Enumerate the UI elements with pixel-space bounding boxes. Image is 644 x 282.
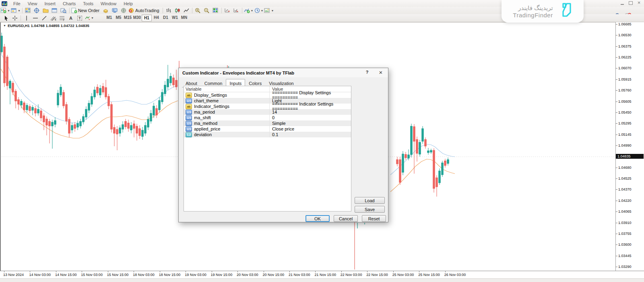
param-row-Indicator_Settings[interactable]: abIndicator_Settings========== Indicator… bbox=[184, 104, 351, 109]
help-button[interactable]: ? bbox=[364, 70, 370, 76]
chevron-down-icon[interactable]: ▼ bbox=[3, 24, 6, 27]
new-order-button[interactable]: New Order bbox=[71, 7, 101, 14]
menu-item-help[interactable]: Help bbox=[120, 0, 136, 7]
param-name: applied_price bbox=[194, 126, 220, 131]
chart-shift-button[interactable] bbox=[223, 7, 232, 14]
svg-text:€: € bbox=[55, 18, 56, 21]
dialog-close-icon[interactable]: × bbox=[377, 68, 385, 76]
menu-item-view[interactable]: View bbox=[24, 0, 41, 7]
deposit-button[interactable] bbox=[101, 7, 110, 14]
trendline-tool-button[interactable] bbox=[40, 15, 49, 21]
text-tool-button[interactable]: A bbox=[66, 15, 75, 21]
timeframe-m1[interactable]: M1 bbox=[105, 15, 114, 21]
save-button[interactable]: Save bbox=[355, 206, 385, 213]
metaeditor-button[interactable] bbox=[110, 7, 119, 14]
parameters-table: VariableValueabDisplay_Settings=========… bbox=[184, 86, 351, 212]
param-value[interactable]: Simple bbox=[269, 120, 351, 126]
price-tick-label: 1.05605 bbox=[618, 100, 632, 104]
indicators-button[interactable]: ▼ bbox=[244, 7, 254, 14]
zoom-out-button[interactable] bbox=[202, 7, 211, 14]
menu-item-charts[interactable]: Charts bbox=[59, 0, 79, 7]
brand-name-farsi: تریدینگ فایندر bbox=[513, 4, 553, 12]
line-chart-button[interactable] bbox=[182, 7, 191, 14]
data-window-button[interactable] bbox=[33, 7, 41, 14]
param-row-Display_Settings[interactable]: abDisplay_Settings========== Display Set… bbox=[184, 92, 351, 98]
price-tick-label: 1.04370 bbox=[618, 187, 632, 191]
param-row-ma_method[interactable]: 123ma_methodSimple bbox=[184, 120, 351, 126]
cancel-button[interactable]: Cancel bbox=[334, 215, 358, 222]
param-value[interactable]: 0.1 bbox=[269, 132, 351, 137]
menu-item-file[interactable]: File bbox=[10, 0, 24, 7]
param-row-ma_shift[interactable]: 123ma_shift0 bbox=[184, 115, 351, 120]
bar-chart-button[interactable] bbox=[164, 7, 173, 14]
param-value[interactable]: ========== Display Settings ========== bbox=[269, 92, 351, 98]
param-value[interactable]: Close price bbox=[269, 126, 351, 132]
price-tick-label: 1.05450 bbox=[618, 110, 632, 114]
param-type-icon: 123 bbox=[186, 98, 192, 104]
menu-item-window[interactable]: Window bbox=[97, 0, 120, 7]
candlestick-chart-button[interactable] bbox=[173, 7, 182, 14]
param-value[interactable]: 14 bbox=[269, 109, 351, 115]
terminal-button[interactable] bbox=[50, 7, 59, 14]
price-tick-label: 1.05145 bbox=[618, 133, 632, 137]
timeframe-m30[interactable]: M30 bbox=[132, 15, 142, 21]
brand-name-english: TradingFinder bbox=[513, 12, 553, 19]
restore-icon[interactable] bbox=[628, 1, 633, 5]
param-row-applied_price[interactable]: 123applied_priceClose price bbox=[184, 126, 351, 132]
tile-windows-button[interactable] bbox=[211, 7, 220, 14]
window-bottom-edge bbox=[0, 278, 644, 282]
periods-button[interactable]: ▼ bbox=[254, 7, 264, 14]
chevron-down-icon: ▼ bbox=[18, 9, 21, 12]
price-axis[interactable]: 1.066851.065301.063751.062251.060701.059… bbox=[615, 22, 644, 271]
cursor-tool-button[interactable] bbox=[2, 15, 10, 21]
time-tick-label: 18 Nov 03:00 bbox=[133, 273, 155, 277]
param-name: deviation bbox=[194, 132, 212, 137]
timeframe-m5[interactable]: M5 bbox=[114, 15, 123, 21]
time-tick-label: 25 Nov 15:00 bbox=[418, 273, 440, 277]
param-row-ma_period[interactable]: 123ma_period14 bbox=[184, 109, 351, 115]
strategy-tester-button[interactable] bbox=[59, 7, 68, 14]
menu-item-tools[interactable]: Tools bbox=[79, 0, 97, 7]
timeframe-h4[interactable]: H4 bbox=[152, 15, 161, 21]
window-controls: × bbox=[619, 1, 642, 5]
vertical-line-tool-button[interactable] bbox=[22, 15, 31, 21]
zoom-in-button[interactable] bbox=[194, 7, 202, 14]
time-axis[interactable]: 13 Nov 202414 Nov 03:0014 Nov 15:0015 No… bbox=[0, 271, 644, 279]
timeframe-d1[interactable]: D1 bbox=[161, 15, 170, 21]
param-row-deviation[interactable]: 1.2deviation0.1 bbox=[184, 132, 351, 137]
templates-button[interactable]: ▼ bbox=[264, 7, 274, 14]
ok-button[interactable]: OK bbox=[305, 215, 330, 222]
auto-scroll-button[interactable] bbox=[232, 7, 241, 14]
timeframe-m15[interactable]: M15 bbox=[123, 15, 132, 21]
price-tick-label: 1.04990 bbox=[618, 143, 632, 147]
chevron-down-icon: ▼ bbox=[261, 9, 264, 12]
new-order-label: New Order bbox=[78, 8, 99, 13]
load-button[interactable]: Load bbox=[355, 197, 385, 204]
reset-button[interactable]: Reset bbox=[362, 215, 386, 222]
horizontal-line-tool-button[interactable] bbox=[31, 15, 40, 21]
time-tick-label: 20 Nov 15:00 bbox=[263, 273, 285, 277]
crosshair-tool-button[interactable] bbox=[10, 15, 19, 21]
param-value[interactable]: ========== Indicator Settings ========== bbox=[269, 104, 351, 109]
channel-tool-button[interactable]: € bbox=[49, 15, 58, 21]
shapes-tool-button[interactable]: ▼ bbox=[84, 15, 94, 21]
time-tick-label: 14 Nov 15:00 bbox=[55, 273, 77, 277]
profiles-button[interactable]: ▼ bbox=[10, 7, 21, 14]
label-tool-glyph: T bbox=[77, 16, 82, 21]
label-tool-button[interactable]: T bbox=[75, 15, 84, 21]
chevron-down-icon: ▼ bbox=[251, 9, 254, 12]
time-tick-label: 18 Nov 15:00 bbox=[159, 273, 181, 277]
timeframe-h1[interactable]: H1 bbox=[142, 15, 152, 21]
market-watch-button[interactable] bbox=[24, 7, 33, 14]
close-icon[interactable]: × bbox=[636, 1, 642, 5]
timeframe-mn[interactable]: MN bbox=[180, 15, 189, 21]
minimize-icon[interactable] bbox=[619, 1, 625, 5]
menu-item-insert[interactable]: Insert bbox=[41, 0, 59, 7]
param-value[interactable]: 0 bbox=[269, 115, 351, 120]
autotrading-button[interactable]: AutoTrading bbox=[128, 7, 161, 14]
community-globe-button[interactable] bbox=[119, 7, 128, 14]
navigator-button[interactable] bbox=[41, 7, 50, 14]
fibonacci-tool-button[interactable]: f bbox=[58, 15, 66, 21]
new-chart-button[interactable]: ▼ bbox=[0, 7, 10, 14]
timeframe-w1[interactable]: W1 bbox=[170, 15, 180, 21]
